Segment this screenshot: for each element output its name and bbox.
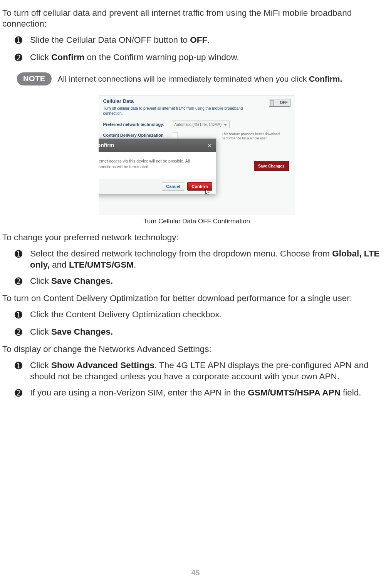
text: If you are using a non-Verizon SIM, ente… (30, 388, 248, 397)
section2-step1-body: Select the desired network technology fr… (30, 248, 391, 271)
section4-intro: To display or change the Networks Advanc… (2, 344, 391, 355)
page-number: 45 (0, 568, 391, 577)
step-bullet-1-icon: ➊ (15, 248, 30, 260)
section3-step1-body: Click the Content Delivery Optimization … (30, 309, 391, 320)
text: Select the desired network technology fr… (30, 249, 332, 258)
section4-step2: ➋ If you are using a non-Verizon SIM, en… (15, 387, 391, 399)
text: All internet connections will be immedia… (58, 74, 309, 83)
cancel-button[interactable]: Cancel (162, 182, 184, 191)
section4-step2-body: If you are using a non-Verizon SIM, ente… (30, 387, 391, 399)
cdo-feature-note: This feature provides better download pe… (222, 132, 292, 141)
select-value: Automatic (4G LTE, CDMA) (175, 122, 222, 127)
section1-intro: To turn off cellular data and prevent al… (2, 8, 391, 29)
section2-step2: ➋ Click Save Changes. (15, 276, 391, 288)
bold: GSM/UMTS/HSPA APN (248, 388, 340, 397)
toggle-label: OFF (280, 101, 288, 105)
close-icon[interactable]: × (208, 142, 211, 149)
bold: Show Advanced Settings (51, 360, 154, 370)
step-bullet-1-icon: ➊ (15, 360, 30, 372)
section1-step2-body: Click Confirm on the Confirm warning pop… (30, 52, 391, 63)
section1-steps: ➊ Slide the Cellular Data ON/OFF button … (2, 35, 391, 64)
step-bullet-2-icon: ➋ (15, 387, 30, 399)
note-row: NOTE All internet connections will be im… (17, 72, 391, 85)
dialog-title: Confirm (99, 142, 114, 148)
step-bullet-1-icon: ➊ (15, 35, 30, 47)
note-text: All internet connections will be immedia… (58, 74, 342, 84)
section2-step1: ➊ Select the desired network technology … (15, 248, 391, 271)
section4-step1-body: Click Show Advanced Settings. The 4G LTE… (30, 360, 391, 382)
section4-steps: ➊ Click Show Advanced Settings. The 4G L… (2, 360, 391, 399)
embedded-screenshot: Cellular Data Turn off cellular data to … (99, 95, 295, 225)
section4-step1: ➊ Click Show Advanced Settings. The 4G L… (15, 360, 391, 382)
text: . (134, 260, 136, 270)
text: Click (30, 327, 51, 337)
preferred-network-select[interactable]: Automatic (4G LTE, CDMA) (172, 121, 230, 128)
section1-step2: ➋ Click Confirm on the Confirm warning p… (15, 52, 391, 64)
step-bullet-2-icon: ➋ (15, 276, 30, 288)
section2-intro: To change your preferred network technol… (2, 232, 391, 243)
text: on the Confirm warning pop-up window. (84, 52, 239, 62)
save-changes-button[interactable]: Save Changes (254, 161, 289, 171)
screenshot-caption: Turn Cellular Data OFF Confirmation (99, 218, 295, 225)
text: Click (30, 52, 51, 62)
step-bullet-2-icon: ➋ (15, 52, 30, 64)
text: Slide the Cellular Data ON/OFF button to (30, 35, 190, 45)
bold: Confirm (51, 52, 84, 62)
panel-description: Turn off cellular data to prevent all in… (103, 106, 250, 116)
dialog-header: Confirm × (99, 139, 216, 152)
cellular-data-panel: Cellular Data Turn off cellular data to … (99, 95, 295, 215)
step-bullet-2-icon: ➋ (15, 327, 30, 338)
bold: Save Changes. (51, 327, 113, 337)
bold: OFF (190, 35, 207, 45)
text: . (207, 35, 210, 45)
cdo-checkbox[interactable] (172, 132, 178, 138)
text: field. (341, 388, 361, 397)
cursor-pointer-icon (204, 188, 211, 197)
section3-steps: ➊ Click the Content Delivery Optimizatio… (2, 309, 391, 338)
cdo-label: Content Delivery Optimization (103, 133, 164, 137)
confirm-dialog: Confirm × Internet access via this devic… (99, 138, 216, 194)
section3-step2: ➋ Click Save Changes. (15, 327, 391, 338)
section3-step1: ➊ Click the Content Delivery Optimizatio… (15, 309, 391, 321)
toggle-knob (270, 100, 274, 106)
section1-step1-body: Slide the Cellular Data ON/OFF button to… (30, 35, 391, 46)
dialog-footer: Cancel Confirm (99, 179, 216, 194)
section1-step1: ➊ Slide the Cellular Data ON/OFF button … (15, 35, 391, 47)
text: Click (30, 276, 51, 286)
panel-title: Cellular Data (103, 98, 134, 104)
section3-step2-body: Click Save Changes. (30, 327, 391, 338)
bold: Confirm. (309, 74, 342, 83)
bold: Save Changes. (51, 276, 113, 286)
section3-intro: To turn on Content Delivery Optimization… (2, 293, 391, 304)
section2-step2-body: Click Save Changes. (30, 276, 391, 287)
step-bullet-1-icon: ➊ (15, 309, 30, 321)
note-badge: NOTE (17, 72, 52, 85)
bold: LTE/UMTS/GSM (69, 260, 134, 270)
section2-steps: ➊ Select the desired network technology … (2, 248, 391, 288)
preferred-network-label: Preferred network technology: (103, 122, 165, 127)
text: Click (30, 360, 51, 370)
dialog-body: Internet access via this device will not… (99, 152, 216, 179)
text: and (50, 260, 69, 270)
cellular-data-toggle[interactable]: OFF (269, 99, 290, 107)
